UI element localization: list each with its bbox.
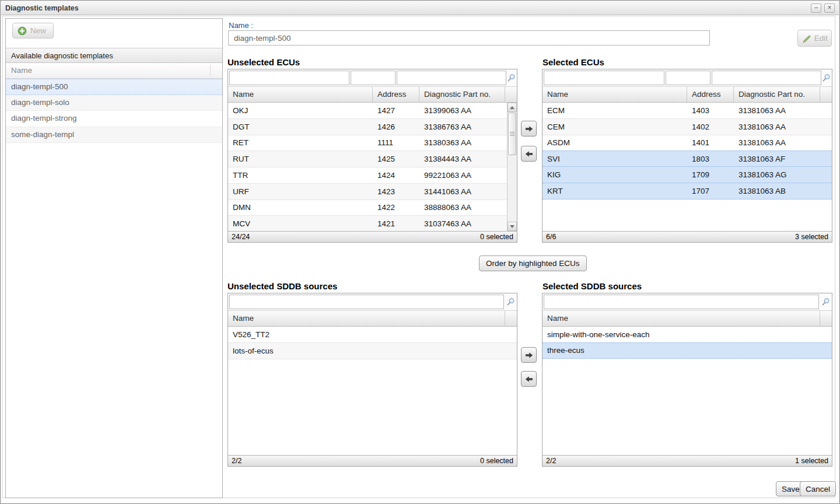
ecu-row[interactable]: RUT142531384443 AA (228, 151, 507, 167)
filter-search-button[interactable] (504, 298, 517, 306)
ecu-row[interactable]: RET111131380363 AA (228, 135, 507, 152)
column-header-part[interactable]: Diagnostic Part no. (734, 87, 820, 102)
magnifier-icon (821, 298, 830, 306)
column-header-spacer (820, 311, 832, 326)
column-header-address[interactable]: Address (687, 87, 734, 102)
ecu-row[interactable]: DGT142631386763 AA (228, 119, 507, 135)
selected-count: 3 selected (795, 233, 828, 241)
unselected-ecus-title: Unselected ECUs (228, 57, 300, 67)
sddb-row[interactable]: simple-with-one-service-each (542, 327, 832, 343)
close-button[interactable]: × (824, 4, 835, 13)
column-header-address[interactable]: Address (373, 87, 419, 102)
filter-name-input[interactable] (544, 71, 664, 85)
template-name-input[interactable] (228, 30, 710, 46)
arrow-left-icon (524, 149, 534, 159)
new-template-button[interactable]: New (12, 23, 54, 38)
name-label: Name : (229, 21, 253, 30)
ecu-row[interactable]: DMN142238888063 AA (228, 200, 507, 216)
column-header-spacer (820, 87, 832, 102)
selected-sddb-filter-row (542, 293, 832, 310)
filter-address-input[interactable] (666, 71, 710, 85)
filter-part-input[interactable] (712, 71, 821, 85)
unselected-ecus-header-row: Name Address Diagnostic Part no. (228, 86, 517, 103)
row-count: 2/2 (232, 457, 242, 465)
filter-name-input[interactable] (544, 295, 819, 309)
column-divider (210, 65, 211, 76)
templates-name-column-header[interactable]: Name (6, 63, 222, 79)
template-list-item[interactable]: some-diagn-templ (6, 127, 222, 144)
ecu-row[interactable]: TTR142499221063 AA (228, 167, 507, 184)
ecu-row[interactable]: OKJ142731399063 AA (228, 103, 507, 119)
filter-search-button[interactable] (819, 298, 832, 306)
filter-part-input[interactable] (397, 71, 506, 85)
column-header-part[interactable]: Diagnostic Part no. (419, 87, 505, 102)
scroll-down-button[interactable] (508, 222, 517, 231)
arrow-right-icon (524, 351, 534, 360)
filter-name-input[interactable] (229, 71, 349, 85)
minimize-button[interactable]: − (811, 4, 821, 13)
diagnostic-templates-window: Diagnostic templates − × New Available d… (0, 0, 840, 504)
sddb-row[interactable]: three-ecus (542, 342, 832, 359)
unselected-ecus-rows: OKJ142731399063 AADGT142631386763 AARET1… (228, 103, 507, 231)
edit-button-label: Edit (814, 34, 828, 43)
unselected-sddb-filter-row (228, 293, 517, 310)
selected-ecus-table: Name Address Diagnostic Part no. ECM1403… (542, 69, 832, 243)
selected-count: 0 selected (480, 233, 513, 241)
selected-ecus-header-row: Name Address Diagnostic Part no. (542, 86, 832, 103)
unselected-ecus-body: OKJ142731399063 AADGT142631386763 AARET1… (228, 103, 517, 231)
filter-search-button[interactable] (821, 74, 832, 82)
template-list-item[interactable]: diagn-templ-500 (6, 79, 222, 95)
column-header-spacer (505, 311, 517, 326)
pencil-icon (802, 34, 811, 43)
move-ecu-left-button[interactable] (521, 146, 537, 162)
scrollbar-thumb[interactable] (508, 113, 516, 155)
column-header-name[interactable]: Name (542, 87, 687, 102)
unselected-sddb-body: V526_TT2lots-of-ecus (228, 327, 517, 455)
ecu-row[interactable]: SVI180331381063 AF (542, 150, 832, 167)
column-header-name[interactable]: Name (228, 311, 505, 326)
ecu-row[interactable]: CEM140231381063 AA (542, 119, 832, 135)
unselected-sddb-footer: 2/2 0 selected (228, 455, 517, 466)
window-title: Diagnostic templates (5, 4, 79, 12)
template-list-rows: diagn-templ-500diagn-templ-solodiagn-tem… (6, 79, 222, 143)
ecu-row[interactable]: ECM140331381063 AA (542, 103, 832, 119)
template-list-item[interactable]: diagn-templ-solo (6, 95, 222, 111)
arrow-right-icon (524, 124, 534, 134)
move-sddb-left-button[interactable] (521, 371, 537, 387)
templates-sidebar: New Available diagnostic templates Name … (5, 18, 223, 498)
magnifier-icon (506, 298, 515, 306)
new-button-label: New (30, 26, 46, 35)
unselected-ecus-footer: 24/24 0 selected (228, 231, 517, 242)
selected-sddb-footer: 2/2 1 selected (542, 455, 832, 466)
filter-address-input[interactable] (351, 71, 396, 85)
sddb-row[interactable]: V526_TT2 (228, 327, 517, 343)
move-sddb-right-button[interactable] (521, 347, 537, 363)
ecu-row[interactable]: KRT170731381063 AB (542, 183, 832, 200)
ecu-row[interactable]: ASDM140131381063 AA (542, 135, 832, 152)
ecu-row[interactable]: MCV142131037463 AA (228, 216, 507, 231)
ecu-row[interactable]: URF142331441063 AA (228, 184, 507, 200)
plus-circle-icon (18, 26, 27, 36)
move-ecu-right-button[interactable] (521, 121, 537, 136)
row-count: 2/2 (546, 457, 556, 465)
selected-count: 1 selected (795, 457, 828, 465)
scroll-up-button[interactable] (508, 103, 517, 112)
vertical-scrollbar[interactable] (507, 103, 517, 231)
filter-search-button[interactable] (506, 74, 517, 82)
unselected-sddb-table: Name V526_TT2lots-of-ecus 2/2 0 selected (228, 293, 517, 467)
filter-name-input[interactable] (229, 295, 504, 309)
sddb-row[interactable]: lots-of-ecus (228, 343, 517, 359)
selected-ecus-footer: 6/6 3 selected (542, 231, 832, 242)
selected-sddb-title: Selected SDDB sources (542, 281, 642, 291)
selected-ecus-body: ECM140331381063 AACEM140231381063 AAASDM… (542, 103, 832, 231)
unselected-sddb-rows: V526_TT2lots-of-ecus (228, 327, 517, 359)
available-templates-header: Available diagnostic templates (6, 48, 222, 63)
edit-button[interactable]: Edit (797, 30, 832, 47)
sidebar-toolbar: New (6, 19, 222, 48)
column-header-name[interactable]: Name (228, 87, 373, 102)
column-header-name[interactable]: Name (542, 311, 820, 326)
cancel-button[interactable]: Cancel (800, 481, 836, 496)
template-list-item[interactable]: diagn-templ-strong (6, 111, 222, 127)
order-by-highlighted-button[interactable]: Order by highlighted ECUs (479, 256, 587, 271)
ecu-row[interactable]: KIG170931381063 AG (542, 167, 832, 183)
